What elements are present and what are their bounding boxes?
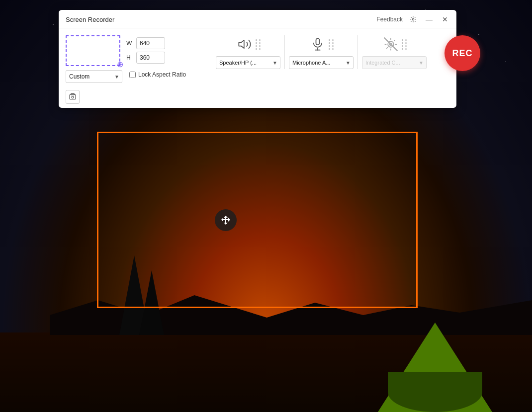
audio-sections: Speaker/HP (... ▼: [213, 35, 430, 69]
width-label: W: [126, 40, 133, 47]
move-cursor-icon[interactable]: [215, 209, 237, 231]
lock-aspect-section: Lock Aspect Ratio: [129, 70, 186, 79]
lock-aspect-label[interactable]: Lock Aspect Ratio: [138, 71, 186, 79]
height-label: H: [126, 54, 133, 61]
region-bottom: Custom Full Screen 1920x1080 1280x720 64…: [66, 70, 195, 83]
microphone-drag-dots: [329, 37, 334, 52]
speaker-icon: [236, 35, 254, 53]
speaker-select-wrap: Speaker/HP (... ▼: [216, 56, 280, 69]
speaker-icon-row: [236, 35, 261, 53]
integrated-select-wrap: Integrated C... ▼: [362, 56, 427, 69]
close-button[interactable]: ✕: [440, 14, 450, 25]
speaker-drag-dots: [256, 37, 261, 52]
integrated-icon: [382, 35, 400, 53]
divider-3: [357, 35, 358, 69]
height-row: H: [126, 52, 165, 64]
wh-section: W H: [126, 35, 165, 64]
title-bar: Screen Recorder Feedback — ✕: [59, 10, 456, 28]
lock-aspect-checkbox[interactable]: [129, 72, 136, 78]
panel-body: ⊕ W H Custom: [59, 28, 456, 88]
width-input[interactable]: [136, 37, 165, 49]
svg-line-13: [394, 40, 395, 41]
region-top: ⊕ W H: [66, 35, 195, 66]
svg-marker-1: [239, 40, 244, 48]
region-move-icon: ⊕: [117, 60, 123, 69]
corner-handle-tl[interactable]: [97, 132, 105, 140]
title-bar-controls: Feedback — ✕: [376, 14, 450, 25]
svg-point-18: [72, 96, 74, 98]
corner-handle-tr[interactable]: [410, 132, 418, 140]
svg-rect-17: [71, 93, 75, 95]
region-section: ⊕ W H Custom: [66, 35, 195, 83]
region-preview[interactable]: ⊕: [66, 35, 120, 66]
settings-button[interactable]: [408, 14, 419, 25]
integrated-drag-dots: [402, 37, 407, 52]
rec-button[interactable]: REC: [444, 35, 480, 71]
speaker-select[interactable]: Speaker/HP (...: [216, 56, 280, 69]
panel-footer: [59, 88, 456, 108]
integrated-select[interactable]: Integrated C...: [362, 56, 427, 69]
microphone-select-wrap: Microphone A... ▼: [289, 56, 354, 69]
preset-select-wrap: Custom Full Screen 1920x1080 1280x720 64…: [66, 70, 122, 83]
screenshot-button[interactable]: [66, 90, 80, 104]
microphone-icon-row: [309, 35, 334, 53]
speaker-col: Speaker/HP (... ▼: [213, 35, 283, 69]
rec-section: REC: [438, 35, 485, 71]
integrated-col: Integrated C... ▼: [359, 35, 430, 69]
width-row: W: [126, 37, 165, 49]
svg-line-14: [386, 48, 387, 49]
microphone-icon: [309, 35, 327, 53]
corner-handle-bl[interactable]: [97, 300, 105, 308]
integrated-icon-row: [382, 35, 407, 53]
microphone-col: Microphone A... ▼: [286, 35, 356, 69]
svg-rect-2: [316, 38, 319, 45]
app-title: Screen Recorder: [66, 16, 114, 23]
corner-handle-br[interactable]: [410, 300, 418, 308]
recording-frame[interactable]: [97, 132, 418, 308]
svg-point-0: [412, 18, 414, 20]
screen-recorder-panel: Screen Recorder Feedback — ✕ ⊕: [59, 10, 456, 108]
height-input[interactable]: [136, 52, 165, 64]
tent: [378, 313, 492, 412]
minimize-button[interactable]: —: [424, 14, 435, 25]
rec-label: REC: [452, 48, 472, 59]
preset-select[interactable]: Custom Full Screen 1920x1080 1280x720 64…: [66, 70, 122, 83]
feedback-link[interactable]: Feedback: [376, 16, 403, 23]
divider-2: [284, 35, 285, 69]
microphone-select[interactable]: Microphone A...: [289, 56, 354, 69]
